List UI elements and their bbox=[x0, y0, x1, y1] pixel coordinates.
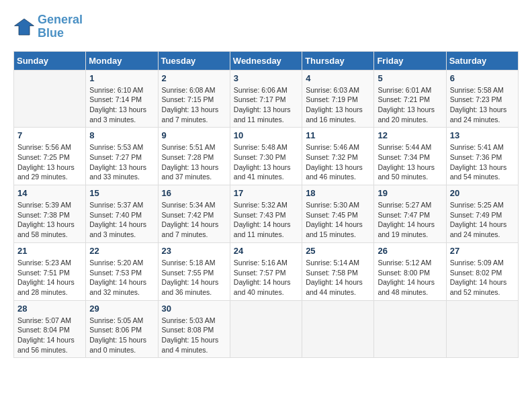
day-number: 17 bbox=[234, 188, 298, 198]
calendar-cell: 30Sunrise: 5:03 AMSunset: 8:08 PMDayligh… bbox=[158, 300, 230, 358]
day-number: 10 bbox=[234, 130, 298, 140]
day-info: Sunrise: 5:12 AMSunset: 8:00 PMDaylight:… bbox=[378, 258, 442, 298]
calendar-cell: 18Sunrise: 5:30 AMSunset: 7:45 PMDayligh… bbox=[302, 185, 374, 243]
calendar-cell: 29Sunrise: 5:05 AMSunset: 8:06 PMDayligh… bbox=[86, 300, 158, 358]
weekday-header-saturday: Saturday bbox=[446, 51, 518, 70]
day-info: Sunrise: 5:18 AMSunset: 7:55 PMDaylight:… bbox=[162, 258, 226, 298]
day-info: Sunrise: 5:20 AMSunset: 7:53 PMDaylight:… bbox=[89, 258, 154, 298]
calendar-cell: 13Sunrise: 5:41 AMSunset: 7:36 PMDayligh… bbox=[446, 128, 518, 185]
calendar-cell: 12Sunrise: 5:44 AMSunset: 7:34 PMDayligh… bbox=[374, 128, 446, 185]
day-info: Sunrise: 5:58 AMSunset: 7:23 PMDaylight:… bbox=[450, 85, 515, 125]
calendar-cell: 23Sunrise: 5:18 AMSunset: 7:55 PMDayligh… bbox=[158, 242, 230, 300]
day-info: Sunrise: 5:03 AMSunset: 8:08 PMDaylight:… bbox=[162, 316, 226, 355]
day-number: 13 bbox=[450, 130, 515, 140]
day-info: Sunrise: 5:53 AMSunset: 7:27 PMDaylight:… bbox=[89, 142, 154, 182]
day-number: 24 bbox=[234, 246, 298, 256]
day-info: Sunrise: 6:10 AMSunset: 7:14 PMDaylight:… bbox=[89, 85, 154, 125]
calendar-cell: 15Sunrise: 5:37 AMSunset: 7:40 PMDayligh… bbox=[86, 185, 158, 243]
day-info: Sunrise: 5:32 AMSunset: 7:43 PMDaylight:… bbox=[234, 200, 298, 240]
day-number: 20 bbox=[450, 188, 515, 198]
calendar-cell: 7Sunrise: 5:56 AMSunset: 7:25 PMDaylight… bbox=[14, 128, 86, 185]
day-number: 23 bbox=[162, 246, 226, 256]
day-number: 4 bbox=[306, 73, 370, 83]
day-info: Sunrise: 6:06 AMSunset: 7:17 PMDaylight:… bbox=[234, 85, 298, 125]
day-info: Sunrise: 5:25 AMSunset: 7:49 PMDaylight:… bbox=[450, 200, 515, 240]
calendar-cell: 25Sunrise: 5:14 AMSunset: 7:58 PMDayligh… bbox=[302, 242, 374, 300]
day-number: 9 bbox=[162, 130, 226, 140]
calendar-cell: 24Sunrise: 5:16 AMSunset: 7:57 PMDayligh… bbox=[230, 242, 302, 300]
calendar-week-row: 28Sunrise: 5:07 AMSunset: 8:04 PMDayligh… bbox=[14, 300, 519, 358]
day-number: 1 bbox=[89, 73, 154, 83]
calendar-cell: 5Sunrise: 6:01 AMSunset: 7:21 PMDaylight… bbox=[374, 70, 446, 128]
weekday-header-friday: Friday bbox=[374, 51, 446, 70]
calendar-week-row: 7Sunrise: 5:56 AMSunset: 7:25 PMDaylight… bbox=[14, 128, 519, 185]
calendar-week-row: 14Sunrise: 5:39 AMSunset: 7:38 PMDayligh… bbox=[14, 185, 519, 243]
day-info: Sunrise: 5:05 AMSunset: 8:06 PMDaylight:… bbox=[89, 316, 154, 355]
day-number: 7 bbox=[17, 130, 82, 140]
logo-text: General Blue bbox=[38, 13, 83, 40]
calendar-cell: 2Sunrise: 6:08 AMSunset: 7:15 PMDaylight… bbox=[158, 70, 230, 128]
day-number: 28 bbox=[17, 304, 82, 314]
calendar-cell: 20Sunrise: 5:25 AMSunset: 7:49 PMDayligh… bbox=[446, 185, 518, 243]
day-number: 12 bbox=[378, 130, 442, 140]
day-number: 11 bbox=[306, 130, 370, 140]
day-number: 18 bbox=[306, 188, 370, 198]
day-number: 27 bbox=[450, 246, 515, 256]
day-number: 3 bbox=[234, 73, 298, 83]
svg-marker-0 bbox=[15, 19, 34, 35]
day-number: 6 bbox=[450, 73, 515, 83]
calendar-cell: 10Sunrise: 5:48 AMSunset: 7:30 PMDayligh… bbox=[230, 128, 302, 185]
calendar-header-row: SundayMondayTuesdayWednesdayThursdayFrid… bbox=[14, 51, 519, 70]
calendar-cell: 6Sunrise: 5:58 AMSunset: 7:23 PMDaylight… bbox=[446, 70, 518, 128]
calendar-week-row: 21Sunrise: 5:23 AMSunset: 7:51 PMDayligh… bbox=[14, 242, 519, 300]
weekday-header-wednesday: Wednesday bbox=[230, 51, 302, 70]
page-header: General Blue bbox=[13, 13, 519, 40]
calendar-cell: 14Sunrise: 5:39 AMSunset: 7:38 PMDayligh… bbox=[14, 185, 86, 243]
day-info: Sunrise: 5:48 AMSunset: 7:30 PMDaylight:… bbox=[234, 142, 298, 182]
day-info: Sunrise: 6:03 AMSunset: 7:19 PMDaylight:… bbox=[306, 85, 370, 125]
day-info: Sunrise: 5:41 AMSunset: 7:36 PMDaylight:… bbox=[450, 142, 515, 182]
logo-icon bbox=[13, 16, 35, 38]
calendar-cell bbox=[14, 70, 86, 128]
day-number: 14 bbox=[17, 188, 82, 198]
day-info: Sunrise: 5:07 AMSunset: 8:04 PMDaylight:… bbox=[17, 316, 82, 355]
calendar-cell: 16Sunrise: 5:34 AMSunset: 7:42 PMDayligh… bbox=[158, 185, 230, 243]
day-number: 21 bbox=[17, 246, 82, 256]
day-info: Sunrise: 5:34 AMSunset: 7:42 PMDaylight:… bbox=[162, 200, 226, 240]
weekday-header-monday: Monday bbox=[86, 51, 158, 70]
day-number: 19 bbox=[378, 188, 442, 198]
calendar-cell: 22Sunrise: 5:20 AMSunset: 7:53 PMDayligh… bbox=[86, 242, 158, 300]
calendar-cell: 28Sunrise: 5:07 AMSunset: 8:04 PMDayligh… bbox=[14, 300, 86, 358]
calendar-cell bbox=[302, 300, 374, 358]
calendar-week-row: 1Sunrise: 6:10 AMSunset: 7:14 PMDaylight… bbox=[14, 70, 519, 128]
weekday-header-tuesday: Tuesday bbox=[158, 51, 230, 70]
calendar-cell: 1Sunrise: 6:10 AMSunset: 7:14 PMDaylight… bbox=[86, 70, 158, 128]
day-info: Sunrise: 5:44 AMSunset: 7:34 PMDaylight:… bbox=[378, 142, 442, 182]
day-info: Sunrise: 5:39 AMSunset: 7:38 PMDaylight:… bbox=[17, 200, 82, 240]
calendar-cell: 21Sunrise: 5:23 AMSunset: 7:51 PMDayligh… bbox=[14, 242, 86, 300]
calendar-cell bbox=[230, 300, 302, 358]
day-info: Sunrise: 5:37 AMSunset: 7:40 PMDaylight:… bbox=[89, 200, 154, 240]
day-number: 26 bbox=[378, 246, 442, 256]
calendar-cell bbox=[446, 300, 518, 358]
calendar-cell: 17Sunrise: 5:32 AMSunset: 7:43 PMDayligh… bbox=[230, 185, 302, 243]
day-number: 25 bbox=[306, 246, 370, 256]
day-info: Sunrise: 6:08 AMSunset: 7:15 PMDaylight:… bbox=[162, 85, 226, 125]
day-info: Sunrise: 6:01 AMSunset: 7:21 PMDaylight:… bbox=[378, 85, 442, 125]
day-number: 5 bbox=[378, 73, 442, 83]
day-info: Sunrise: 5:27 AMSunset: 7:47 PMDaylight:… bbox=[378, 200, 442, 240]
day-number: 30 bbox=[162, 304, 226, 314]
day-info: Sunrise: 5:56 AMSunset: 7:25 PMDaylight:… bbox=[17, 142, 82, 182]
day-info: Sunrise: 5:51 AMSunset: 7:28 PMDaylight:… bbox=[162, 142, 226, 182]
day-number: 15 bbox=[89, 188, 154, 198]
day-info: Sunrise: 5:30 AMSunset: 7:45 PMDaylight:… bbox=[306, 200, 370, 240]
calendar-cell: 4Sunrise: 6:03 AMSunset: 7:19 PMDaylight… bbox=[302, 70, 374, 128]
day-number: 22 bbox=[89, 246, 154, 256]
weekday-header-thursday: Thursday bbox=[302, 51, 374, 70]
day-info: Sunrise: 5:23 AMSunset: 7:51 PMDaylight:… bbox=[17, 258, 82, 298]
calendar-cell: 26Sunrise: 5:12 AMSunset: 8:00 PMDayligh… bbox=[374, 242, 446, 300]
day-info: Sunrise: 5:16 AMSunset: 7:57 PMDaylight:… bbox=[234, 258, 298, 298]
calendar-table: SundayMondayTuesdayWednesdayThursdayFrid… bbox=[13, 51, 519, 359]
day-info: Sunrise: 5:14 AMSunset: 7:58 PMDaylight:… bbox=[306, 258, 370, 298]
day-number: 8 bbox=[89, 130, 154, 140]
